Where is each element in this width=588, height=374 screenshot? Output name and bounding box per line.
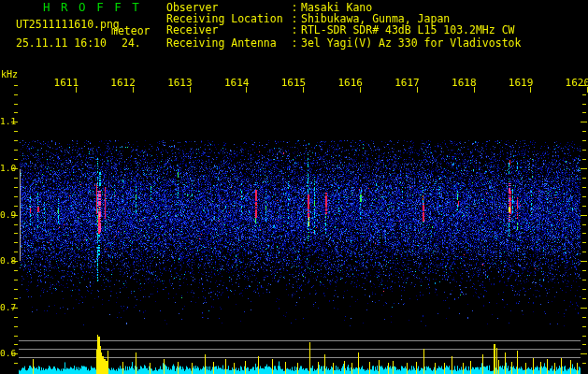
time-tick-label: 1616 [331, 78, 363, 88]
hrofft-screenshot: H R O F F T UT2511111610.png meteor 25.1… [0, 0, 588, 374]
time-tick-label: 1612 [104, 78, 136, 88]
time-tick-label: 1617 [388, 78, 420, 88]
echo-count: 24. [122, 37, 141, 49]
time-tick-label: 1620 [558, 78, 588, 88]
metadata-row: Receiver:RTL-SDR SDR# 43dB L15 103.2MHz … [166, 24, 514, 36]
metadata-value: 3el Yagi(V) Az 330 for Vladivostok [301, 37, 521, 49]
khz-unit-label: kHz [1, 69, 18, 79]
time-tick-label: 1618 [445, 78, 477, 88]
metadata-separator: : [288, 24, 301, 36]
time-tick-label: 1619 [501, 78, 533, 88]
frequency-tick-label: 1.0 [0, 163, 15, 174]
metadata-row: Receiving Antenna:3el Yagi(V) Az 330 for… [166, 37, 521, 49]
time-tick-label: 1615 [274, 78, 306, 88]
frequency-tick-label: 0.9 [0, 209, 15, 221]
metadata-label: Receiving Antenna [166, 37, 288, 49]
capture-filename: UT2511111610.png [16, 19, 120, 30]
metadata-value: RTL-SDR SDR# 43dB L15 103.2MHz CW [301, 24, 514, 36]
frequency-tick-label: 0.6 [0, 348, 15, 359]
spectrogram-canvas [0, 0, 588, 374]
metadata-separator: : [288, 37, 301, 49]
metadata-label: Receiver [166, 24, 288, 36]
capture-datetime: 25.11.11 16:10 [16, 37, 107, 49]
frequency-tick-label: 0.7 [0, 302, 15, 313]
frequency-tick-label: 0.8 [0, 255, 15, 266]
time-tick-label: 1613 [161, 78, 193, 88]
app-title: H R O F F T [43, 2, 141, 13]
time-tick-label: 1611 [47, 78, 79, 88]
meteor-label: meteor [111, 25, 151, 36]
frequency-tick-label: 1.1 [0, 116, 15, 127]
time-tick-label: 1614 [217, 78, 249, 88]
